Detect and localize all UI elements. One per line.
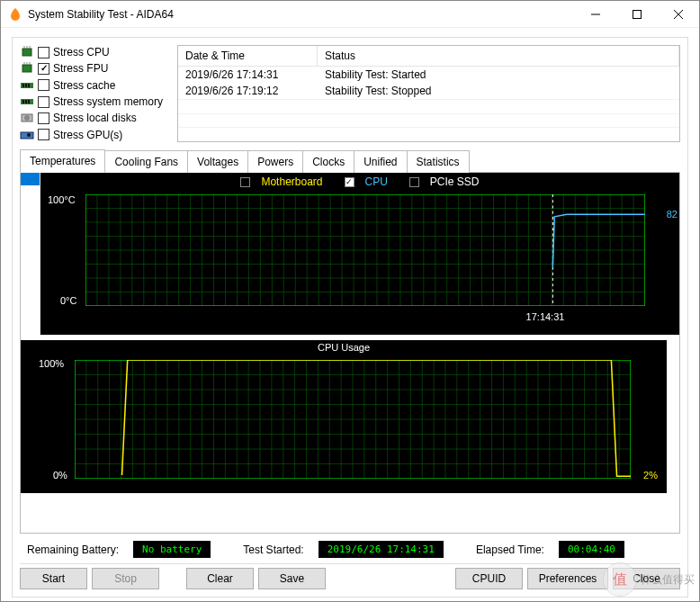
- tab-voltages[interactable]: Voltages: [187, 150, 248, 174]
- svg-rect-17: [22, 100, 24, 103]
- window-title: System Stability Test - AIDA64: [28, 8, 575, 21]
- checkbox[interactable]: [38, 79, 49, 91]
- checkbox[interactable]: [409, 177, 419, 187]
- svg-rect-18: [25, 100, 27, 103]
- sensor-list-column[interactable]: [21, 173, 40, 335]
- stress-option-stress-fpu[interactable]: Stress FPU: [20, 61, 168, 76]
- ram-icon: [20, 95, 34, 108]
- stress-option-label: Stress CPU: [53, 46, 110, 58]
- log-row[interactable]: 2019/6/26 17:19:12Stability Test: Stoppe…: [178, 83, 679, 99]
- tab-powers[interactable]: Powers: [247, 150, 303, 174]
- started-value: 2019/6/26 17:14:31: [319, 541, 444, 558]
- svg-rect-1: [633, 10, 642, 18]
- svg-rect-19: [28, 100, 30, 103]
- close-button[interactable]: [658, 1, 699, 27]
- temperature-legend: MotherboardCPUPCIe SSD: [40, 173, 679, 191]
- svg-rect-15: [28, 84, 30, 87]
- tab-unified[interactable]: Unified: [354, 150, 407, 174]
- sensor-selected-indicator: [21, 173, 40, 185]
- maximize-button[interactable]: [616, 1, 658, 27]
- watermark-icon: 值: [603, 562, 637, 597]
- tab-temperatures[interactable]: Temperatures: [20, 149, 105, 173]
- battery-value: No battery: [133, 541, 211, 558]
- tab-statistics[interactable]: Statistics: [407, 150, 470, 174]
- stress-option-stress-local-disks[interactable]: Stress local disks: [20, 111, 168, 125]
- ram-icon: [20, 79, 34, 92]
- svg-rect-14: [25, 84, 27, 87]
- cpu-current-value: 2%: [643, 470, 658, 481]
- cpu-icon: [20, 62, 34, 75]
- titlebar: System Stability Test - AIDA64: [1, 1, 699, 28]
- checkbox[interactable]: [240, 177, 250, 187]
- log-row[interactable]: 2019/6/26 17:14:31Stability Test: Starte…: [178, 67, 679, 83]
- legend-item-pcie-ssd[interactable]: PCIe SSD: [404, 175, 485, 188]
- checkbox[interactable]: [38, 129, 49, 140]
- cpu-ymin-label: 0%: [53, 470, 67, 481]
- gpu-icon: [20, 129, 34, 141]
- checkbox[interactable]: [345, 177, 354, 187]
- temp-time-marker: 17:14:31: [526, 311, 565, 322]
- legend-item-cpu[interactable]: CPU: [339, 175, 393, 188]
- checkbox[interactable]: [38, 96, 49, 108]
- svg-point-23: [27, 133, 31, 137]
- temp-current-value: 82: [667, 209, 678, 220]
- disk-icon: [20, 112, 34, 124]
- log-cell-datetime: 2019/6/26 17:19:12: [178, 83, 318, 99]
- svg-rect-4: [22, 49, 31, 56]
- svg-rect-13: [22, 84, 24, 87]
- tab-clocks[interactable]: Clocks: [302, 150, 354, 174]
- tab-content: MotherboardCPUPCIe SSD 100°C 0°C 82 17:1…: [20, 172, 680, 534]
- stress-option-label: Stress FPU: [53, 62, 108, 75]
- temp-ymin-label: 0°C: [60, 295, 76, 306]
- save-button[interactable]: Save: [258, 568, 326, 589]
- log-header-datetime[interactable]: Date & Time: [178, 46, 318, 66]
- battery-label: Remaining Battery:: [27, 544, 119, 556]
- cpu-usage-chart: CPU Usage 100% 0% 2%: [21, 340, 667, 493]
- stress-option-label: Stress GPU(s): [53, 129, 122, 141]
- checkbox[interactable]: [38, 63, 49, 75]
- legend-item-motherboard[interactable]: Motherboard: [235, 175, 328, 188]
- svg-rect-8: [22, 65, 31, 72]
- status-bar: Remaining Battery: No battery Test Start…: [20, 534, 680, 562]
- stress-option-stress-system-memory[interactable]: Stress system memory: [20, 94, 168, 109]
- stop-button[interactable]: Stop: [92, 568, 159, 589]
- legend-label: Motherboard: [261, 175, 322, 188]
- tab-cooling-fans[interactable]: Cooling Fans: [104, 150, 188, 174]
- event-log-table[interactable]: Date & Time Status 2019/6/26 17:14:31Sta…: [177, 45, 680, 142]
- cpu-ymax-label: 100%: [39, 358, 64, 369]
- clear-button[interactable]: Clear: [186, 568, 254, 589]
- stress-option-stress-cache[interactable]: Stress cache: [20, 78, 168, 93]
- elapsed-label: Elapsed Time:: [476, 544, 544, 556]
- preferences-button[interactable]: Preferences: [527, 568, 608, 589]
- button-bar: Start Stop Clear Save CPUID Preferences …: [20, 563, 680, 589]
- minimize-button[interactable]: [575, 1, 616, 27]
- cpuid-button[interactable]: CPUID: [455, 568, 523, 589]
- log-cell-datetime: 2019/6/26 17:14:31: [178, 67, 318, 83]
- stress-option-label: Stress local disks: [53, 112, 137, 124]
- app-icon: [8, 7, 22, 22]
- svg-point-21: [24, 115, 30, 121]
- checkbox[interactable]: [38, 47, 49, 58]
- stress-option-stress-gpu-s-[interactable]: Stress GPU(s): [20, 128, 168, 142]
- log-cell-status: Stability Test: Started: [318, 67, 679, 83]
- legend-label: CPU: [365, 175, 388, 188]
- started-label: Test Started:: [243, 544, 303, 556]
- elapsed-value: 00:04:40: [559, 541, 624, 558]
- stress-option-stress-cpu[interactable]: Stress CPU: [20, 45, 168, 59]
- cpu-chart-title: CPU Usage: [21, 340, 667, 355]
- watermark: 值 什么值得买: [603, 562, 695, 597]
- watermark-text: 什么值得买: [641, 572, 695, 588]
- temperature-chart: MotherboardCPUPCIe SSD 100°C 0°C 82 17:1…: [40, 173, 679, 335]
- stress-option-list: Stress CPU Stress FPU Stress cache Stres…: [20, 45, 168, 142]
- cpu-icon: [20, 46, 34, 58]
- stress-option-label: Stress system memory: [53, 95, 163, 108]
- checkbox[interactable]: [38, 112, 49, 124]
- temp-ymax-label: 100°C: [48, 194, 76, 205]
- tab-strip: TemperaturesCooling FansVoltagesPowersCl…: [20, 149, 680, 173]
- stress-option-label: Stress cache: [53, 79, 115, 92]
- start-button[interactable]: Start: [20, 568, 87, 589]
- svg-rect-22: [21, 132, 33, 139]
- log-header-status[interactable]: Status: [318, 46, 679, 66]
- log-cell-status: Stability Test: Stopped: [318, 83, 679, 99]
- legend-label: PCIe SSD: [430, 175, 480, 188]
